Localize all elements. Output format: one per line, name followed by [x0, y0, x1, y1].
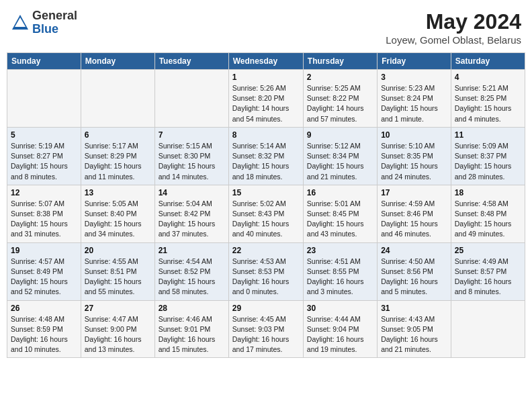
logo: General Blue [11, 9, 77, 36]
day-number: 29 [232, 304, 300, 313]
calendar-cell: 25Sunrise: 4:49 AM Sunset: 8:57 PM Dayli… [451, 242, 525, 300]
day-number: 7 [159, 130, 225, 140]
day-number: 21 [159, 246, 225, 255]
day-detail: Sunrise: 4:44 AM Sunset: 9:04 PM Dayligh… [307, 314, 373, 355]
column-header-tuesday: Tuesday [154, 53, 228, 70]
calendar-cell: 2Sunrise: 5:25 AM Sunset: 8:22 PM Daylig… [303, 70, 377, 128]
column-header-sunday: Sunday [7, 53, 81, 70]
calendar-cell: 27Sunrise: 4:47 AM Sunset: 9:00 PM Dayli… [81, 300, 154, 358]
calendar-cell: 12Sunrise: 5:07 AM Sunset: 8:38 PM Dayli… [7, 185, 81, 242]
calendar-cell: 31Sunrise: 4:43 AM Sunset: 9:05 PM Dayli… [378, 300, 451, 358]
day-detail: Sunrise: 5:12 AM Sunset: 8:34 PM Dayligh… [307, 141, 373, 182]
logo-icon [11, 13, 30, 32]
day-detail: Sunrise: 4:48 AM Sunset: 8:59 PM Dayligh… [11, 314, 77, 355]
day-number: 31 [381, 304, 447, 313]
day-number: 26 [11, 304, 77, 313]
calendar-cell [81, 70, 154, 128]
calendar-table: SundayMondayTuesdayWednesdayThursdayFrid… [7, 52, 525, 358]
column-header-wednesday: Wednesday [228, 53, 303, 70]
day-number: 11 [455, 130, 521, 140]
day-detail: Sunrise: 5:25 AM Sunset: 8:22 PM Dayligh… [307, 83, 373, 124]
calendar-week-row: 19Sunrise: 4:57 AM Sunset: 8:49 PM Dayli… [7, 242, 525, 300]
day-number: 25 [455, 246, 521, 255]
logo-text: General Blue [32, 9, 77, 36]
day-detail: Sunrise: 4:58 AM Sunset: 8:48 PM Dayligh… [455, 199, 521, 240]
day-number: 20 [85, 246, 151, 255]
calendar-cell [154, 70, 228, 128]
calendar-cell: 10Sunrise: 5:10 AM Sunset: 8:35 PM Dayli… [378, 127, 451, 185]
calendar-week-row: 26Sunrise: 4:48 AM Sunset: 8:59 PM Dayli… [7, 300, 525, 358]
calendar-cell: 24Sunrise: 4:50 AM Sunset: 8:56 PM Dayli… [378, 242, 451, 300]
column-header-friday: Friday [378, 53, 451, 70]
day-detail: Sunrise: 5:04 AM Sunset: 8:42 PM Dayligh… [159, 199, 225, 240]
day-detail: Sunrise: 4:59 AM Sunset: 8:46 PM Dayligh… [381, 199, 447, 240]
calendar-cell: 29Sunrise: 4:45 AM Sunset: 9:03 PM Dayli… [228, 300, 303, 358]
day-number: 27 [85, 304, 151, 313]
calendar-cell: 8Sunrise: 5:14 AM Sunset: 8:32 PM Daylig… [228, 127, 303, 185]
calendar-cell: 1Sunrise: 5:26 AM Sunset: 8:20 PM Daylig… [228, 70, 303, 128]
calendar-cell [7, 70, 81, 128]
day-detail: Sunrise: 4:51 AM Sunset: 8:55 PM Dayligh… [307, 257, 373, 298]
day-number: 24 [381, 246, 447, 255]
calendar-week-row: 5Sunrise: 5:19 AM Sunset: 8:27 PM Daylig… [7, 127, 525, 185]
day-number: 16 [307, 188, 373, 197]
day-number: 28 [159, 304, 225, 313]
day-number: 12 [11, 188, 77, 197]
day-detail: Sunrise: 4:57 AM Sunset: 8:49 PM Dayligh… [11, 257, 77, 298]
calendar-cell: 21Sunrise: 4:54 AM Sunset: 8:52 PM Dayli… [154, 242, 228, 300]
day-number: 4 [455, 73, 521, 82]
day-detail: Sunrise: 5:07 AM Sunset: 8:38 PM Dayligh… [11, 199, 77, 240]
calendar-cell [451, 300, 525, 358]
day-detail: Sunrise: 5:15 AM Sunset: 8:30 PM Dayligh… [159, 141, 225, 182]
calendar-header-row: SundayMondayTuesdayWednesdayThursdayFrid… [7, 53, 525, 70]
day-detail: Sunrise: 5:10 AM Sunset: 8:35 PM Dayligh… [381, 141, 447, 182]
calendar-cell: 30Sunrise: 4:44 AM Sunset: 9:04 PM Dayli… [303, 300, 377, 358]
day-detail: Sunrise: 4:50 AM Sunset: 8:56 PM Dayligh… [381, 257, 447, 298]
calendar-cell: 14Sunrise: 5:04 AM Sunset: 8:42 PM Dayli… [154, 185, 228, 242]
day-detail: Sunrise: 5:21 AM Sunset: 8:25 PM Dayligh… [455, 83, 521, 124]
day-number: 17 [381, 188, 447, 197]
page-header: General Blue May 2024 Loyew, Gomel Oblas… [7, 7, 525, 48]
calendar-cell: 6Sunrise: 5:17 AM Sunset: 8:29 PM Daylig… [81, 127, 154, 185]
calendar-cell: 16Sunrise: 5:01 AM Sunset: 8:45 PM Dayli… [303, 185, 377, 242]
day-detail: Sunrise: 4:54 AM Sunset: 8:52 PM Dayligh… [159, 257, 225, 298]
calendar-week-row: 12Sunrise: 5:07 AM Sunset: 8:38 PM Dayli… [7, 185, 525, 242]
day-detail: Sunrise: 4:46 AM Sunset: 9:01 PM Dayligh… [159, 314, 225, 355]
day-detail: Sunrise: 5:19 AM Sunset: 8:27 PM Dayligh… [11, 141, 77, 182]
day-number: 13 [85, 188, 151, 197]
day-number: 30 [307, 304, 373, 313]
day-detail: Sunrise: 5:02 AM Sunset: 8:43 PM Dayligh… [232, 199, 300, 240]
calendar-cell: 28Sunrise: 4:46 AM Sunset: 9:01 PM Dayli… [154, 300, 228, 358]
day-number: 5 [11, 130, 77, 140]
calendar-cell: 7Sunrise: 5:15 AM Sunset: 8:30 PM Daylig… [154, 127, 228, 185]
logo-general: General [32, 9, 77, 23]
page-title: May 2024 [386, 9, 521, 34]
day-number: 15 [232, 188, 300, 197]
day-number: 6 [85, 130, 151, 140]
calendar-cell: 3Sunrise: 5:23 AM Sunset: 8:24 PM Daylig… [378, 70, 451, 128]
day-detail: Sunrise: 5:14 AM Sunset: 8:32 PM Dayligh… [232, 141, 300, 182]
day-number: 9 [307, 130, 373, 140]
calendar-cell: 11Sunrise: 5:09 AM Sunset: 8:37 PM Dayli… [451, 127, 525, 185]
day-detail: Sunrise: 5:01 AM Sunset: 8:45 PM Dayligh… [307, 199, 373, 240]
column-header-thursday: Thursday [303, 53, 377, 70]
day-number: 3 [381, 73, 447, 82]
logo-blue: Blue [32, 23, 77, 36]
calendar-cell: 13Sunrise: 5:05 AM Sunset: 8:40 PM Dayli… [81, 185, 154, 242]
day-detail: Sunrise: 4:53 AM Sunset: 8:53 PM Dayligh… [232, 257, 300, 298]
calendar-cell: 26Sunrise: 4:48 AM Sunset: 8:59 PM Dayli… [7, 300, 81, 358]
day-detail: Sunrise: 5:05 AM Sunset: 8:40 PM Dayligh… [85, 199, 151, 240]
day-number: 23 [307, 246, 373, 255]
calendar-cell: 4Sunrise: 5:21 AM Sunset: 8:25 PM Daylig… [451, 70, 525, 128]
calendar-cell: 18Sunrise: 4:58 AM Sunset: 8:48 PM Dayli… [451, 185, 525, 242]
day-number: 18 [455, 188, 521, 197]
day-detail: Sunrise: 5:09 AM Sunset: 8:37 PM Dayligh… [455, 141, 521, 182]
title-block: May 2024 Loyew, Gomel Oblast, Belarus [386, 9, 521, 46]
day-detail: Sunrise: 5:17 AM Sunset: 8:29 PM Dayligh… [85, 141, 151, 182]
day-number: 14 [159, 188, 225, 197]
day-number: 8 [232, 130, 300, 140]
day-number: 10 [381, 130, 447, 140]
calendar-cell: 17Sunrise: 4:59 AM Sunset: 8:46 PM Dayli… [378, 185, 451, 242]
day-detail: Sunrise: 4:45 AM Sunset: 9:03 PM Dayligh… [232, 314, 300, 355]
day-number: 19 [11, 246, 77, 255]
